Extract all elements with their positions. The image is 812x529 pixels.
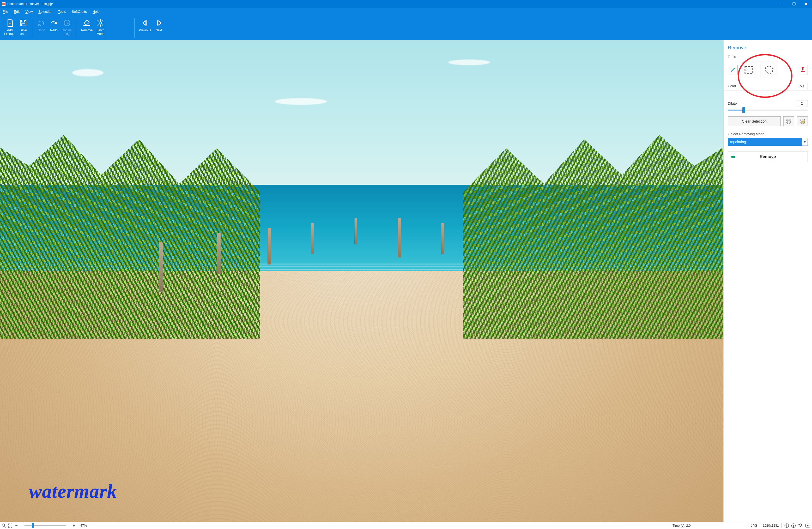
app-icon	[2, 2, 6, 6]
dilate-input[interactable]	[796, 100, 808, 106]
menu-help[interactable]: Help	[92, 10, 100, 14]
minimize-button[interactable]	[776, 0, 788, 8]
svg-rect-3	[745, 67, 753, 73]
color-tolerance-input[interactable]	[796, 83, 808, 89]
clone-stamp-tool[interactable]	[798, 65, 808, 75]
dilate-slider[interactable]	[728, 108, 808, 113]
freeform-select-tool[interactable]	[760, 61, 778, 79]
arrow-right-green-icon: ➡	[731, 154, 736, 160]
toolbar: Add File(s)... Save as... Undo Redo	[0, 15, 812, 40]
undo-label: Undo	[38, 29, 45, 32]
previous-label: Previous	[139, 29, 151, 32]
removing-mode-value: Inpainting	[728, 138, 802, 145]
menubar: File Edit View Selection Tools SoftOrbit…	[0, 8, 812, 15]
status-dimensions: 1920x1281	[763, 524, 779, 527]
clear-selection-button[interactable]: Clear Selection	[728, 116, 781, 126]
chevron-down-icon: ▾	[802, 138, 808, 145]
image-canvas[interactable]: watermark	[0, 40, 723, 522]
titlebar: Photo Stamp Remover - thin.jpg*	[0, 0, 812, 8]
menu-edit[interactable]: Edit	[14, 10, 19, 14]
color-label: Color	[728, 84, 736, 88]
rectangle-select-tool[interactable]	[740, 61, 758, 79]
fit-screen-icon[interactable]	[8, 523, 13, 528]
file-plus-icon	[6, 18, 14, 28]
zoom-slider[interactable]	[20, 523, 70, 528]
statusbar: − + 47% Time (s): 2.0 JPG 1920x1281	[0, 522, 812, 529]
watermark-text: watermark	[29, 480, 117, 502]
marker-tool[interactable]	[728, 65, 738, 75]
undo-button: Undo	[35, 17, 47, 39]
right-panel: Remove Tools Color Di	[723, 40, 812, 522]
remove-tool-button[interactable]: Remove	[79, 17, 95, 39]
canvas-area: watermark	[0, 40, 723, 522]
svg-rect-5	[801, 67, 804, 68]
facebook-icon[interactable]	[791, 523, 796, 528]
gear-icon	[97, 18, 104, 28]
zoom-percent: 47%	[80, 524, 87, 527]
zoom-out-button[interactable]: −	[14, 523, 19, 528]
maximize-button[interactable]	[788, 0, 800, 8]
save-selection-button[interactable]	[783, 116, 794, 126]
remove-button-label: Remove	[759, 154, 776, 159]
twitter-icon[interactable]	[798, 523, 803, 528]
svg-point-2	[99, 22, 102, 24]
redo-button[interactable]: Redo	[47, 17, 60, 39]
zoom-in-button[interactable]: +	[71, 523, 76, 528]
info-icon[interactable]	[784, 523, 789, 528]
zoom-tool-icon[interactable]	[2, 523, 6, 528]
panel-heading: Remove	[728, 45, 808, 51]
close-button[interactable]	[800, 0, 812, 8]
tools-label: Tools	[728, 55, 808, 59]
batch-mode-label: Batch Mode	[97, 29, 104, 36]
add-files-button[interactable]: Add File(s)...	[3, 17, 17, 39]
remove-button[interactable]: ➡ Remove	[728, 152, 808, 162]
load-selection-button[interactable]	[797, 116, 808, 126]
window-title: Photo Stamp Remover - thin.jpg*	[7, 2, 53, 6]
workspace: watermark Remove Tools Color	[0, 40, 812, 522]
eraser-icon	[83, 18, 91, 28]
next-label: Next	[156, 29, 162, 32]
next-button[interactable]: Next	[153, 17, 165, 39]
tools-row	[728, 61, 808, 79]
previous-button[interactable]: Previous	[137, 17, 153, 39]
redo-label: Redo	[50, 29, 58, 32]
svg-rect-0	[793, 3, 795, 5]
youtube-icon[interactable]	[805, 524, 810, 528]
dilate-label: Dilate	[728, 101, 737, 105]
social-links	[784, 523, 810, 528]
menu-view[interactable]: View	[25, 10, 33, 14]
redo-icon	[50, 18, 58, 28]
menu-tools[interactable]: Tools	[58, 10, 66, 14]
beach-scene: watermark	[0, 40, 723, 522]
mode-label: Object Removing Mode	[728, 132, 808, 136]
batch-mode-button[interactable]: Batch Mode	[94, 17, 107, 39]
arrow-left-icon	[141, 18, 149, 28]
remove-tool-label: Remove	[81, 29, 93, 32]
undo-icon	[37, 18, 45, 28]
original-image-label: Original Image	[61, 29, 72, 36]
removing-mode-select[interactable]: Inpainting ▾	[728, 138, 808, 146]
arrow-right-icon	[155, 18, 163, 28]
menu-file[interactable]: File	[3, 10, 8, 14]
add-files-label: Add File(s)...	[4, 29, 15, 36]
save-as-label: Save as...	[20, 29, 27, 36]
floppy-icon	[19, 18, 27, 28]
status-format: JPG	[751, 524, 757, 527]
menu-selection[interactable]: Selection	[38, 10, 52, 14]
history-icon	[63, 18, 71, 28]
original-image-button: Original Image	[60, 17, 74, 39]
save-as-button[interactable]: Save as...	[17, 17, 29, 39]
menu-softorbits[interactable]: SoftOrbits	[72, 10, 87, 14]
status-time: Time (s): 2.0	[672, 524, 691, 527]
